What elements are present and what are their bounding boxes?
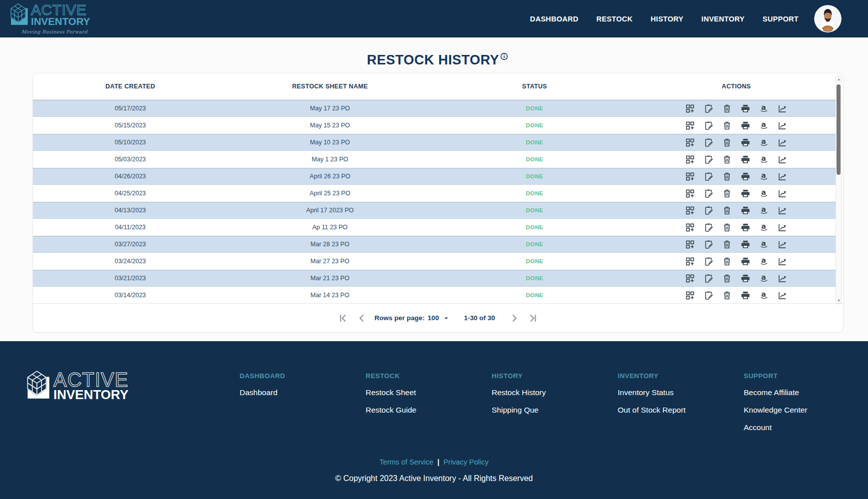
footer-link-inventory-status[interactable]: Inventory Status: [618, 388, 744, 397]
amazon-button[interactable]: a: [759, 240, 769, 249]
trend-chart-button[interactable]: [778, 240, 787, 249]
footer-link-restock-history[interactable]: Restock History: [492, 388, 618, 397]
amazon-button[interactable]: a: [759, 291, 769, 300]
previous-page-button[interactable]: [356, 313, 367, 324]
trend-chart-button[interactable]: [778, 104, 787, 113]
print-button[interactable]: [741, 223, 750, 232]
edit-button[interactable]: [704, 291, 713, 300]
nav-item-restock[interactable]: RESTOCK: [596, 15, 633, 23]
scrollbar-thumb[interactable]: [837, 84, 841, 175]
edit-button[interactable]: [704, 138, 713, 147]
delete-button[interactable]: [722, 121, 732, 130]
dashboard-add-button[interactable]: [685, 172, 695, 181]
footer-link-out-of-stock-report[interactable]: Out of Stock Report: [618, 406, 744, 415]
dashboard-add-button[interactable]: [685, 223, 695, 232]
print-button[interactable]: [741, 240, 750, 249]
edit-button[interactable]: [704, 206, 713, 215]
table-rows-viewport[interactable]: 05/17/2023 May 17 23 PO DONE a 05/15/202…: [33, 100, 836, 304]
edit-button[interactable]: [704, 274, 713, 283]
edit-button[interactable]: [704, 121, 713, 130]
edit-button[interactable]: [704, 104, 713, 113]
amazon-button[interactable]: a: [759, 223, 769, 232]
edit-button[interactable]: [704, 240, 713, 249]
amazon-button[interactable]: a: [759, 104, 769, 113]
last-page-button[interactable]: [528, 313, 539, 324]
print-button[interactable]: [741, 104, 750, 113]
delete-button[interactable]: [722, 240, 732, 249]
dashboard-add-button[interactable]: [685, 155, 695, 164]
nav-item-history[interactable]: HISTORY: [651, 15, 684, 23]
first-page-button[interactable]: [337, 313, 348, 324]
amazon-button[interactable]: a: [759, 189, 769, 198]
rows-per-page-select[interactable]: 100: [428, 314, 450, 322]
print-button[interactable]: [741, 257, 750, 266]
delete-button[interactable]: [722, 291, 732, 300]
print-button[interactable]: [741, 291, 750, 300]
trend-chart-button[interactable]: [778, 138, 787, 147]
delete-button[interactable]: [722, 138, 732, 147]
nav-item-inventory[interactable]: INVENTORY: [701, 15, 745, 23]
footer-link-dashboard[interactable]: Dashboard: [240, 388, 366, 397]
dashboard-add-button[interactable]: [685, 189, 695, 198]
trend-chart-button[interactable]: [778, 121, 787, 130]
trend-chart-button[interactable]: [778, 172, 787, 181]
delete-button[interactable]: [722, 104, 732, 113]
info-icon[interactable]: [500, 52, 508, 60]
amazon-button[interactable]: a: [759, 257, 769, 266]
trend-chart-button[interactable]: [778, 206, 787, 215]
delete-button[interactable]: [722, 223, 732, 232]
next-page-button[interactable]: [509, 313, 520, 324]
dashboard-add-button[interactable]: [685, 206, 695, 215]
dashboard-add-button[interactable]: [685, 240, 695, 249]
edit-button[interactable]: [704, 223, 713, 232]
scroll-down-arrow[interactable]: [836, 298, 841, 303]
footer-link-account[interactable]: Account: [744, 423, 868, 432]
trend-chart-button[interactable]: [778, 257, 787, 266]
print-button[interactable]: [741, 121, 750, 130]
trend-chart-button[interactable]: [778, 223, 787, 232]
print-button[interactable]: [741, 206, 750, 215]
footer-link-become-affiliate[interactable]: Become Affiliate: [744, 388, 868, 397]
legal-link-terms-of-service[interactable]: Terms of Service: [379, 458, 433, 466]
nav-item-dashboard[interactable]: DASHBOARD: [530, 15, 579, 23]
scroll-up-arrow[interactable]: [836, 77, 841, 82]
print-button[interactable]: [741, 155, 750, 164]
dashboard-add-button[interactable]: [685, 257, 695, 266]
amazon-button[interactable]: a: [759, 138, 769, 147]
footer-logo[interactable]: ACTIVE INVENTORY: [25, 370, 128, 401]
amazon-button[interactable]: a: [759, 206, 769, 215]
print-button[interactable]: [741, 189, 750, 198]
dashboard-add-button[interactable]: [685, 138, 695, 147]
nav-item-support[interactable]: SUPPORT: [763, 15, 799, 23]
header-logo[interactable]: ACTIVE INVENTORY Moving Business Forward: [9, 2, 90, 34]
dashboard-add-button[interactable]: [685, 121, 695, 130]
edit-button[interactable]: [704, 257, 713, 266]
edit-button[interactable]: [704, 189, 713, 198]
footer-link-shipping-que[interactable]: Shipping Que: [492, 406, 618, 415]
delete-button[interactable]: [722, 274, 732, 283]
dashboard-add-button[interactable]: [685, 291, 695, 300]
dashboard-add-button[interactable]: [685, 274, 695, 283]
trend-chart-button[interactable]: [778, 291, 787, 300]
footer-link-restock-guide[interactable]: Restock Guide: [366, 406, 492, 415]
amazon-button[interactable]: a: [759, 121, 769, 130]
delete-button[interactable]: [722, 155, 732, 164]
footer-link-restock-sheet[interactable]: Restock Sheet: [366, 388, 492, 397]
print-button[interactable]: [741, 172, 750, 181]
delete-button[interactable]: [722, 206, 732, 215]
legal-link-privacy-policy[interactable]: Privacy Policy: [443, 458, 488, 466]
trend-chart-button[interactable]: [778, 274, 787, 283]
amazon-button[interactable]: a: [759, 172, 769, 181]
trend-chart-button[interactable]: [778, 155, 787, 164]
table-scrollbar[interactable]: [836, 75, 842, 304]
footer-link-knowledge-center[interactable]: Knowledge Center: [744, 406, 868, 415]
edit-button[interactable]: [704, 155, 713, 164]
dashboard-add-button[interactable]: [685, 104, 695, 113]
delete-button[interactable]: [722, 257, 732, 266]
delete-button[interactable]: [722, 172, 732, 181]
user-avatar[interactable]: [814, 5, 842, 32]
print-button[interactable]: [741, 138, 750, 147]
amazon-button[interactable]: a: [759, 155, 769, 164]
edit-button[interactable]: [704, 172, 713, 181]
trend-chart-button[interactable]: [778, 189, 787, 198]
